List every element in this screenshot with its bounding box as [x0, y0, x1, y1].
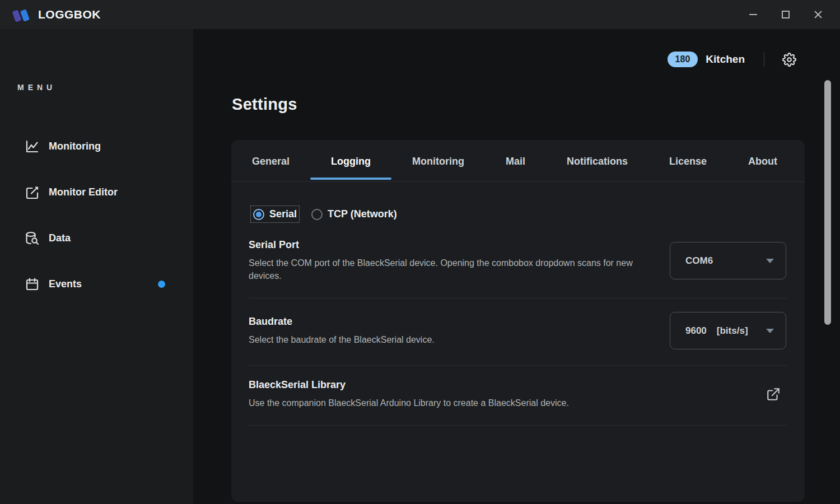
select-value: 9600 [685, 325, 707, 337]
tab-label: Mail [506, 156, 525, 167]
select-inner: 9600 [bits/s] [685, 325, 748, 337]
radio-circle-icon [253, 209, 264, 220]
setting-description: Select the baudrate of the BlaeckSerial … [249, 333, 435, 346]
serial-port-select[interactable]: COM6 [670, 242, 786, 279]
maximize-icon [781, 10, 791, 20]
sidebar-item-label: Events [49, 278, 82, 290]
setting-text: Baudrate Select the baudrate of the Blae… [249, 316, 435, 346]
close-button[interactable] [802, 0, 834, 29]
sidebar-item-monitoring[interactable]: Monitoring [0, 123, 193, 169]
titlebar: LOGGBOK [0, 0, 840, 29]
scrollbar-thumb[interactable] [824, 80, 831, 325]
tab-label: Monitoring [412, 156, 464, 167]
main-header: 180 Kitchen [193, 29, 840, 67]
row-divider [249, 425, 787, 426]
tab-label: General [252, 156, 290, 167]
connection-type-group: Serial TCP (Network) [231, 182, 805, 226]
setting-description: Use the companion BlaeckSerial Arduino L… [249, 396, 569, 409]
setting-text: BlaeckSerial Library Use the companion B… [249, 379, 569, 409]
sidebar-item-label: Data [49, 232, 71, 244]
external-link-icon [766, 387, 781, 402]
radio-serial[interactable]: Serial [253, 208, 297, 220]
room-name: Kitchen [706, 53, 745, 66]
setting-row-serial-port: Serial Port Select the COM port of the B… [231, 226, 805, 298]
tab-license[interactable]: License [648, 141, 727, 181]
app-title: LOGGBOK [38, 8, 101, 21]
sidebar-item-events[interactable]: Events [0, 261, 193, 307]
calendar-icon [25, 277, 40, 292]
settings-tabs: General Logging Monitoring Mail Notifica… [231, 140, 805, 181]
radio-label: Serial [269, 208, 297, 220]
tab-label: About [748, 156, 777, 167]
setting-title: Serial Port [249, 239, 652, 251]
setting-row-blaeckserial-library: BlaeckSerial Library Use the companion B… [231, 366, 805, 425]
sidebar: MENU Monitoring Monitor Editor [0, 29, 193, 504]
page-title: Settings [232, 95, 840, 114]
menu-label: MENU [0, 83, 193, 92]
tab-notifications[interactable]: Notifications [546, 141, 648, 181]
tab-label: License [669, 156, 707, 167]
tab-about[interactable]: About [727, 141, 798, 181]
setting-title: BlaeckSerial Library [249, 379, 569, 391]
sidebar-item-label: Monitor Editor [49, 186, 118, 198]
tab-logging[interactable]: Logging [310, 141, 391, 181]
app-logo-icon [10, 4, 31, 25]
brand: LOGGBOK [10, 4, 101, 25]
tab-monitoring[interactable]: Monitoring [391, 141, 485, 181]
window-controls [737, 0, 834, 29]
sidebar-item-monitor-editor[interactable]: Monitor Editor [0, 169, 193, 215]
count-badge: 180 [668, 52, 698, 67]
header-divider [764, 52, 764, 67]
setting-description: Select the COM port of the BlaeckSerial … [249, 256, 652, 282]
setting-title: Baudrate [249, 316, 435, 328]
minimize-icon [748, 10, 758, 20]
select-value: COM6 [685, 255, 713, 267]
app-window: LOGGBOK MENU Monitoring [0, 0, 840, 504]
tab-label: Logging [331, 156, 371, 167]
sidebar-item-data[interactable]: Data [0, 215, 193, 261]
settings-gear-button[interactable] [782, 53, 796, 67]
tab-mail[interactable]: Mail [485, 141, 546, 181]
events-notification-dot [158, 281, 165, 288]
radio-tcp-network[interactable]: TCP (Network) [311, 208, 397, 220]
minimize-button[interactable] [737, 0, 769, 29]
database-search-icon [25, 231, 40, 246]
open-library-link-button[interactable] [766, 387, 781, 402]
settings-card: General Logging Monitoring Mail Notifica… [231, 140, 805, 502]
tab-general[interactable]: General [231, 141, 310, 181]
baudrate-select[interactable]: 9600 [bits/s] [670, 312, 786, 349]
setting-row-baudrate: Baudrate Select the baudrate of the Blae… [231, 298, 805, 365]
chevron-down-icon [766, 259, 774, 263]
radio-label: TCP (Network) [328, 208, 397, 220]
maximize-button[interactable] [769, 0, 802, 29]
setting-text: Serial Port Select the COM port of the B… [249, 239, 652, 282]
chevron-down-icon [766, 329, 774, 333]
close-icon [813, 10, 823, 20]
chart-line-icon [25, 139, 40, 154]
sidebar-item-label: Monitoring [49, 141, 101, 152]
edit-square-icon [25, 185, 40, 200]
select-unit: [bits/s] [717, 325, 748, 337]
radio-circle-icon [311, 209, 323, 220]
tab-label: Notifications [567, 156, 628, 167]
main-content: 180 Kitchen Settings General Logging Mon… [193, 29, 840, 504]
gear-icon [782, 53, 796, 67]
